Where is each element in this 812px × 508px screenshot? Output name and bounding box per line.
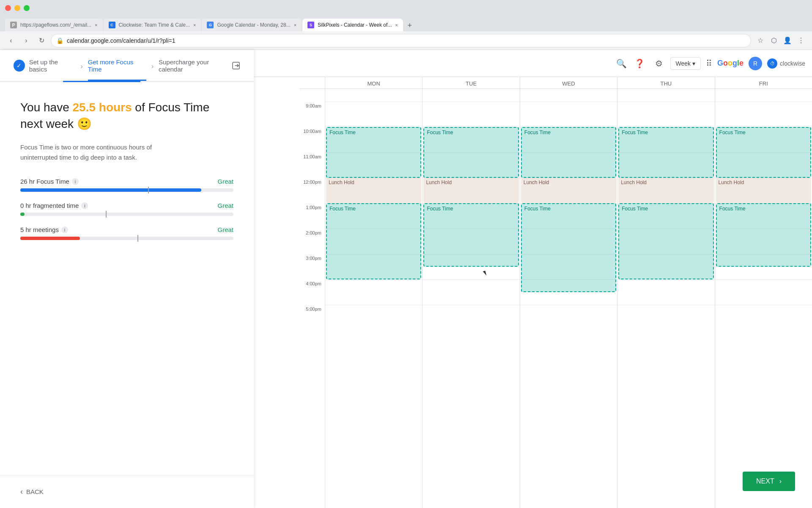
metric-meetings-text: 5 hr meetings — [20, 226, 59, 233]
back-label: BACK — [26, 488, 44, 495]
tab-close-pageflows[interactable]: × — [95, 22, 97, 28]
event-focus-label: Focus Time — [329, 130, 356, 135]
wizard-steps: ✓ Set up the basics › Get more Focus Tim… — [0, 77, 254, 81]
tab-close-gcal[interactable]: × — [294, 22, 296, 28]
meetings-status-label: Great — [217, 226, 233, 233]
hour-line-5 — [325, 305, 422, 305]
tab-label-pageflows: https://pageflows.com/_/email... — [20, 22, 91, 28]
event-lunch-label: Lunch Hold — [524, 179, 549, 185]
lock-icon: 🔒 — [56, 37, 63, 44]
tab-clockwise[interactable]: C Clockwise: Team Time & Cale... × — [104, 19, 201, 31]
hour-line — [617, 305, 714, 305]
event-wed-focus-morning[interactable]: Focus Time — [521, 127, 616, 178]
profile-avatar[interactable]: R — [749, 57, 762, 70]
tab-label-silkpixels: SilkPixels - Calendar - Week of... — [318, 22, 392, 28]
reload-button[interactable]: ↻ — [36, 35, 47, 47]
cal-grid-body: 9:00am 10:00am 11:00am 12:00pm 1:00pm 2:… — [299, 89, 812, 508]
tab-pageflows[interactable]: P https://pageflows.com/_/email... × — [5, 19, 103, 31]
time-slot-3pm: 3:00pm — [299, 254, 325, 279]
settings-icon[interactable]: ⚙ — [653, 56, 665, 71]
event-tue-focus-afternoon[interactable]: Focus Time — [423, 203, 518, 267]
maximize-button[interactable] — [24, 5, 30, 11]
back-button[interactable]: ‹ BACK — [14, 484, 50, 500]
clockwise-label: clockwise — [780, 60, 805, 67]
forward-nav-button[interactable]: › — [20, 35, 32, 47]
tab-close-clockwise[interactable]: × — [193, 22, 196, 28]
focus-bar — [20, 188, 201, 192]
next-button[interactable]: NEXT › — [743, 472, 795, 491]
search-icon[interactable]: 🔍 — [616, 58, 627, 69]
address-bar[interactable]: 🔒 calendar.google.com/calendar/u/1/r?pli… — [51, 34, 751, 47]
day-header-wed: WED — [520, 77, 617, 88]
tab-close-silkpixels[interactable]: × — [395, 22, 398, 28]
event-focus-label: Focus Time — [524, 130, 551, 135]
tab-label-clockwise: Clockwise: Team Time & Cale... — [119, 22, 190, 28]
event-focus-label-2: Focus Time — [329, 206, 356, 212]
wizard-step-supercharge[interactable]: Supercharge your calendar — [159, 77, 232, 81]
day-header-fri: FRI — [715, 77, 812, 88]
wizard-step-focus[interactable]: Get more Focus Time — [88, 77, 146, 81]
event-thu-focus-afternoon[interactable]: Focus Time — [618, 203, 713, 279]
day-col-mon-inner: Focus Time Lunch Hold Focus Time — [325, 89, 422, 508]
week-label: Week — [676, 60, 691, 67]
star-icon[interactable]: ☆ — [754, 35, 766, 47]
fragmented-status-label: Great — [217, 202, 233, 209]
event-fri-focus-afternoon[interactable]: Focus Time — [716, 203, 811, 267]
tab-silkpixels[interactable]: S SilkPixels - Calendar - Week of... × — [302, 19, 403, 31]
event-fri-lunch[interactable]: Lunch Hold — [716, 178, 811, 203]
event-wed-focus-afternoon[interactable]: Focus Time — [521, 203, 616, 292]
event-tue-lunch[interactable]: Lunch Hold — [423, 178, 518, 203]
day-col-thu: Focus Time Lunch Hold Focus Time — [617, 89, 714, 508]
tab-gcal[interactable]: G Google Calendar - Monday, 28... × — [202, 19, 302, 31]
traffic-lights — [5, 5, 30, 11]
event-fri-focus-morning[interactable]: Focus Time — [716, 127, 811, 178]
extensions-icon[interactable]: ⬡ — [768, 35, 780, 47]
browser-chrome: P https://pageflows.com/_/email... × C C… — [0, 0, 812, 50]
menu-icon[interactable]: ⋮ — [795, 35, 807, 47]
time-slot-12pm: 12:00pm — [299, 178, 325, 203]
focus-info-icon[interactable]: i — [72, 178, 79, 185]
event-mon-focus-morning[interactable]: Focus Time — [326, 127, 421, 178]
fragmented-info-icon[interactable]: i — [81, 202, 88, 209]
wizard-title: You have 25.5 hours of Focus Time next w… — [20, 99, 233, 132]
focus-bar-marker — [148, 187, 149, 193]
day-header-thu: THU — [617, 77, 714, 88]
meetings-bar-container — [20, 237, 233, 240]
event-focus-label-2: Focus Time — [719, 206, 746, 212]
profile-icon[interactable]: 👤 — [782, 35, 793, 47]
day-col-fri: Focus Time Lunch Hold Focus Time — [715, 89, 812, 508]
minimize-button[interactable] — [14, 5, 20, 11]
event-mon-lunch[interactable]: Lunch Hold — [326, 178, 421, 203]
event-thu-focus-morning[interactable]: Focus Time — [618, 127, 713, 178]
wizard-title-pre: You have — [20, 101, 73, 114]
close-button[interactable] — [5, 5, 11, 11]
hour-line — [617, 102, 714, 102]
main-layout: + Create March 2022 › S M T W T F S 27 2… — [0, 77, 812, 508]
event-focus-label: Focus Time — [622, 130, 648, 135]
new-tab-button[interactable]: + — [404, 19, 416, 31]
meetings-info-icon[interactable]: i — [61, 226, 68, 233]
event-focus-label-2: Focus Time — [622, 206, 648, 212]
hour-line-4 — [325, 279, 422, 280]
wizard-step-basics[interactable]: ✓ Set up the basics — [14, 77, 75, 81]
help-icon[interactable]: ❓ — [632, 56, 647, 71]
tab-favicon-silkpixels: S — [307, 22, 314, 28]
tab-bar: P https://pageflows.com/_/email... × C C… — [0, 16, 812, 31]
cal-grid-inner: 9:00am 10:00am 11:00am 12:00pm 1:00pm 2:… — [299, 89, 812, 508]
week-view-selector[interactable]: Week ▾ — [670, 57, 701, 70]
hour-line — [715, 102, 812, 102]
event-mon-focus-afternoon[interactable]: Focus Time — [326, 203, 421, 279]
back-nav-button[interactable]: ‹ — [5, 35, 17, 47]
toolbar-actions: ☆ ⬡ 👤 ⋮ — [754, 35, 807, 47]
meetings-bar-marker — [137, 235, 138, 242]
event-tue-focus-morning[interactable]: Focus Time — [423, 127, 518, 178]
time-gutter-top — [299, 89, 325, 102]
event-thu-lunch[interactable]: Lunch Hold — [618, 178, 713, 203]
google-apps-icon[interactable]: ⠿ — [706, 58, 712, 69]
event-focus-label: Focus Time — [719, 130, 746, 135]
time-slot-4pm: 4:00pm — [299, 279, 325, 305]
metric-fragmented-label: 0 hr fragmented time i — [20, 202, 88, 209]
event-wed-lunch[interactable]: Lunch Hold — [521, 178, 616, 203]
metric-focus-label: 26 hr Focus Time i — [20, 178, 79, 185]
clockwise-logo: ⏱ clockwise — [767, 58, 805, 69]
